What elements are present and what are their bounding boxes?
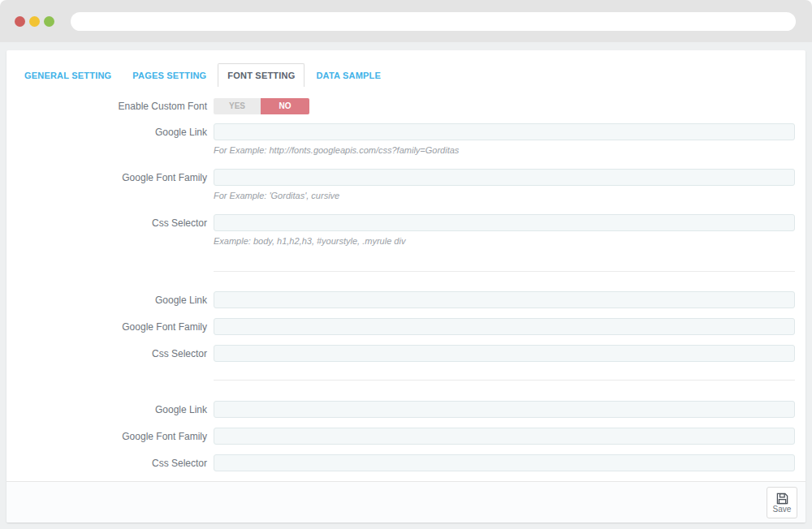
browser-chrome bbox=[0, 0, 812, 42]
google-link-input-1[interactable] bbox=[214, 123, 795, 140]
field-label: Google Font Family bbox=[6, 318, 207, 333]
field-label: Google Link bbox=[6, 401, 207, 415]
google-link-row: Google Link bbox=[6, 401, 806, 418]
field-hint: For Example: 'Gorditas', cursive bbox=[214, 191, 795, 201]
field-label: Google Font Family bbox=[6, 428, 207, 442]
google-link-row: Google Link For Example: http://fonts.go… bbox=[6, 123, 806, 156]
css-selector-row: Css Selector bbox=[6, 454, 806, 471]
enable-custom-font-row: Enable Custom Font YES NO bbox=[6, 97, 806, 114]
address-bar[interactable] bbox=[71, 12, 796, 31]
field-label: Google Link bbox=[6, 123, 207, 138]
field-label: Css Selector bbox=[6, 214, 207, 229]
field-label: Css Selector bbox=[6, 345, 207, 359]
save-icon bbox=[776, 492, 788, 505]
settings-card: GENERAL SETTING PAGES SETTING FONT SETTI… bbox=[6, 50, 806, 523]
field-label: Enable Custom Font bbox=[6, 97, 207, 112]
window-close-dot-icon[interactable] bbox=[15, 16, 25, 27]
toggle-yes-button[interactable]: YES bbox=[214, 98, 261, 114]
save-button-label: Save bbox=[773, 505, 792, 514]
field-hint: For Example: http://fonts.googleapis.com… bbox=[214, 145, 795, 156]
google-font-family-row: Google Font Family For Example: 'Gordita… bbox=[6, 169, 806, 201]
tab-data-sample[interactable]: DATA SAMPLE bbox=[306, 63, 391, 87]
window-minimize-dot-icon[interactable] bbox=[29, 16, 40, 27]
css-selector-input-2[interactable] bbox=[214, 345, 795, 362]
settings-tab-bar: GENERAL SETTING PAGES SETTING FONT SETTI… bbox=[6, 50, 806, 87]
section-divider bbox=[214, 271, 795, 272]
css-selector-input-3[interactable] bbox=[214, 454, 795, 471]
tab-general-setting[interactable]: GENERAL SETTING bbox=[15, 63, 121, 87]
field-label: Google Link bbox=[6, 291, 207, 306]
css-selector-row: Css Selector bbox=[6, 345, 806, 362]
css-selector-input-1[interactable] bbox=[214, 214, 795, 231]
google-link-row: Google Link bbox=[6, 291, 806, 308]
field-label: Css Selector bbox=[6, 454, 207, 469]
google-font-family-input-3[interactable] bbox=[214, 428, 795, 445]
section-divider bbox=[214, 380, 795, 381]
toggle-no-button[interactable]: NO bbox=[261, 98, 309, 114]
window-maximize-dot-icon[interactable] bbox=[44, 16, 54, 27]
google-font-family-input-1[interactable] bbox=[214, 169, 795, 186]
tab-font-setting[interactable]: FONT SETTING bbox=[218, 63, 304, 87]
card-footer: Save bbox=[6, 481, 806, 523]
tab-pages-setting[interactable]: PAGES SETTING bbox=[123, 63, 216, 87]
google-font-family-row: Google Font Family bbox=[6, 428, 806, 445]
field-hint: Example: body, h1,h2,h3, #yourstyle, .my… bbox=[214, 236, 795, 247]
google-link-input-3[interactable] bbox=[214, 401, 795, 418]
google-font-family-input-2[interactable] bbox=[214, 318, 795, 335]
google-font-family-row: Google Font Family bbox=[6, 318, 806, 335]
font-setting-form: Enable Custom Font YES NO Google Link Fo… bbox=[6, 87, 806, 471]
css-selector-row: Css Selector Example: body, h1,h2,h3, #y… bbox=[6, 214, 806, 247]
save-button[interactable]: Save bbox=[767, 487, 797, 518]
field-label: Google Font Family bbox=[6, 169, 207, 183]
page-background: GENERAL SETTING PAGES SETTING FONT SETTI… bbox=[0, 42, 812, 529]
enable-custom-font-toggle: YES NO bbox=[214, 98, 309, 114]
google-link-input-2[interactable] bbox=[214, 291, 795, 308]
browser-window: GENERAL SETTING PAGES SETTING FONT SETTI… bbox=[0, 0, 812, 529]
